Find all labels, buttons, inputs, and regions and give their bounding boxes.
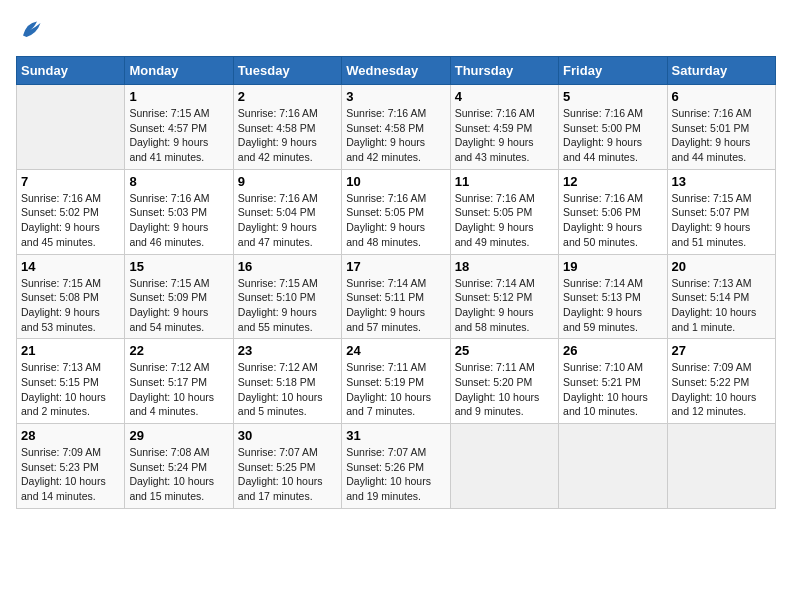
day-number: 31 <box>346 428 445 443</box>
calendar-cell: 14Sunrise: 7:15 AM Sunset: 5:08 PM Dayli… <box>17 254 125 339</box>
day-info: Sunrise: 7:16 AM Sunset: 5:05 PM Dayligh… <box>346 191 445 250</box>
day-number: 22 <box>129 343 228 358</box>
day-number: 6 <box>672 89 771 104</box>
day-number: 27 <box>672 343 771 358</box>
weekday-monday: Monday <box>125 57 233 85</box>
day-number: 4 <box>455 89 554 104</box>
day-info: Sunrise: 7:16 AM Sunset: 5:05 PM Dayligh… <box>455 191 554 250</box>
calendar-cell: 27Sunrise: 7:09 AM Sunset: 5:22 PM Dayli… <box>667 339 775 424</box>
calendar-cell: 13Sunrise: 7:15 AM Sunset: 5:07 PM Dayli… <box>667 169 775 254</box>
day-number: 7 <box>21 174 120 189</box>
day-info: Sunrise: 7:16 AM Sunset: 4:59 PM Dayligh… <box>455 106 554 165</box>
calendar-cell <box>667 424 775 509</box>
calendar-cell: 8Sunrise: 7:16 AM Sunset: 5:03 PM Daylig… <box>125 169 233 254</box>
day-info: Sunrise: 7:16 AM Sunset: 5:00 PM Dayligh… <box>563 106 662 165</box>
day-number: 1 <box>129 89 228 104</box>
calendar-cell: 6Sunrise: 7:16 AM Sunset: 5:01 PM Daylig… <box>667 85 775 170</box>
day-number: 28 <box>21 428 120 443</box>
day-number: 25 <box>455 343 554 358</box>
day-info: Sunrise: 7:14 AM Sunset: 5:11 PM Dayligh… <box>346 276 445 335</box>
day-info: Sunrise: 7:11 AM Sunset: 5:20 PM Dayligh… <box>455 360 554 419</box>
day-info: Sunrise: 7:16 AM Sunset: 5:06 PM Dayligh… <box>563 191 662 250</box>
weekday-wednesday: Wednesday <box>342 57 450 85</box>
calendar-cell: 4Sunrise: 7:16 AM Sunset: 4:59 PM Daylig… <box>450 85 558 170</box>
day-info: Sunrise: 7:16 AM Sunset: 4:58 PM Dayligh… <box>238 106 337 165</box>
day-number: 2 <box>238 89 337 104</box>
calendar-cell: 29Sunrise: 7:08 AM Sunset: 5:24 PM Dayli… <box>125 424 233 509</box>
day-number: 19 <box>563 259 662 274</box>
calendar-week-5: 28Sunrise: 7:09 AM Sunset: 5:23 PM Dayli… <box>17 424 776 509</box>
calendar-cell: 10Sunrise: 7:16 AM Sunset: 5:05 PM Dayli… <box>342 169 450 254</box>
day-info: Sunrise: 7:15 AM Sunset: 5:10 PM Dayligh… <box>238 276 337 335</box>
calendar-cell: 9Sunrise: 7:16 AM Sunset: 5:04 PM Daylig… <box>233 169 341 254</box>
calendar-table: SundayMondayTuesdayWednesdayThursdayFrid… <box>16 56 776 509</box>
calendar-cell: 18Sunrise: 7:14 AM Sunset: 5:12 PM Dayli… <box>450 254 558 339</box>
calendar-cell: 25Sunrise: 7:11 AM Sunset: 5:20 PM Dayli… <box>450 339 558 424</box>
day-info: Sunrise: 7:12 AM Sunset: 5:18 PM Dayligh… <box>238 360 337 419</box>
calendar-cell: 5Sunrise: 7:16 AM Sunset: 5:00 PM Daylig… <box>559 85 667 170</box>
calendar-cell <box>559 424 667 509</box>
logo-bird-icon <box>16 16 44 44</box>
day-number: 30 <box>238 428 337 443</box>
calendar-cell: 17Sunrise: 7:14 AM Sunset: 5:11 PM Dayli… <box>342 254 450 339</box>
day-number: 10 <box>346 174 445 189</box>
day-number: 16 <box>238 259 337 274</box>
day-info: Sunrise: 7:09 AM Sunset: 5:23 PM Dayligh… <box>21 445 120 504</box>
day-number: 14 <box>21 259 120 274</box>
day-number: 20 <box>672 259 771 274</box>
weekday-sunday: Sunday <box>17 57 125 85</box>
day-info: Sunrise: 7:14 AM Sunset: 5:13 PM Dayligh… <box>563 276 662 335</box>
weekday-saturday: Saturday <box>667 57 775 85</box>
day-number: 11 <box>455 174 554 189</box>
calendar-cell: 21Sunrise: 7:13 AM Sunset: 5:15 PM Dayli… <box>17 339 125 424</box>
day-info: Sunrise: 7:16 AM Sunset: 5:03 PM Dayligh… <box>129 191 228 250</box>
weekday-header-row: SundayMondayTuesdayWednesdayThursdayFrid… <box>17 57 776 85</box>
calendar-cell: 20Sunrise: 7:13 AM Sunset: 5:14 PM Dayli… <box>667 254 775 339</box>
day-info: Sunrise: 7:15 AM Sunset: 5:09 PM Dayligh… <box>129 276 228 335</box>
page-header <box>16 16 776 44</box>
calendar-cell: 26Sunrise: 7:10 AM Sunset: 5:21 PM Dayli… <box>559 339 667 424</box>
day-info: Sunrise: 7:16 AM Sunset: 5:01 PM Dayligh… <box>672 106 771 165</box>
day-number: 24 <box>346 343 445 358</box>
calendar-cell <box>17 85 125 170</box>
calendar-cell: 7Sunrise: 7:16 AM Sunset: 5:02 PM Daylig… <box>17 169 125 254</box>
calendar-cell: 30Sunrise: 7:07 AM Sunset: 5:25 PM Dayli… <box>233 424 341 509</box>
day-number: 8 <box>129 174 228 189</box>
day-number: 17 <box>346 259 445 274</box>
calendar-cell: 3Sunrise: 7:16 AM Sunset: 4:58 PM Daylig… <box>342 85 450 170</box>
calendar-week-4: 21Sunrise: 7:13 AM Sunset: 5:15 PM Dayli… <box>17 339 776 424</box>
day-info: Sunrise: 7:08 AM Sunset: 5:24 PM Dayligh… <box>129 445 228 504</box>
day-info: Sunrise: 7:09 AM Sunset: 5:22 PM Dayligh… <box>672 360 771 419</box>
calendar-week-2: 7Sunrise: 7:16 AM Sunset: 5:02 PM Daylig… <box>17 169 776 254</box>
day-info: Sunrise: 7:13 AM Sunset: 5:14 PM Dayligh… <box>672 276 771 335</box>
day-info: Sunrise: 7:16 AM Sunset: 5:02 PM Dayligh… <box>21 191 120 250</box>
day-number: 9 <box>238 174 337 189</box>
day-number: 5 <box>563 89 662 104</box>
day-info: Sunrise: 7:10 AM Sunset: 5:21 PM Dayligh… <box>563 360 662 419</box>
calendar-cell <box>450 424 558 509</box>
day-number: 13 <box>672 174 771 189</box>
calendar-cell: 24Sunrise: 7:11 AM Sunset: 5:19 PM Dayli… <box>342 339 450 424</box>
day-info: Sunrise: 7:12 AM Sunset: 5:17 PM Dayligh… <box>129 360 228 419</box>
calendar-cell: 12Sunrise: 7:16 AM Sunset: 5:06 PM Dayli… <box>559 169 667 254</box>
weekday-tuesday: Tuesday <box>233 57 341 85</box>
day-number: 3 <box>346 89 445 104</box>
calendar-cell: 22Sunrise: 7:12 AM Sunset: 5:17 PM Dayli… <box>125 339 233 424</box>
calendar-cell: 15Sunrise: 7:15 AM Sunset: 5:09 PM Dayli… <box>125 254 233 339</box>
day-info: Sunrise: 7:15 AM Sunset: 5:07 PM Dayligh… <box>672 191 771 250</box>
calendar-body: 1Sunrise: 7:15 AM Sunset: 4:57 PM Daylig… <box>17 85 776 509</box>
day-info: Sunrise: 7:15 AM Sunset: 4:57 PM Dayligh… <box>129 106 228 165</box>
day-info: Sunrise: 7:07 AM Sunset: 5:25 PM Dayligh… <box>238 445 337 504</box>
day-number: 18 <box>455 259 554 274</box>
day-info: Sunrise: 7:11 AM Sunset: 5:19 PM Dayligh… <box>346 360 445 419</box>
calendar-cell: 31Sunrise: 7:07 AM Sunset: 5:26 PM Dayli… <box>342 424 450 509</box>
day-number: 21 <box>21 343 120 358</box>
day-number: 12 <box>563 174 662 189</box>
calendar-cell: 11Sunrise: 7:16 AM Sunset: 5:05 PM Dayli… <box>450 169 558 254</box>
day-info: Sunrise: 7:16 AM Sunset: 4:58 PM Dayligh… <box>346 106 445 165</box>
day-info: Sunrise: 7:07 AM Sunset: 5:26 PM Dayligh… <box>346 445 445 504</box>
calendar-cell: 19Sunrise: 7:14 AM Sunset: 5:13 PM Dayli… <box>559 254 667 339</box>
calendar-cell: 28Sunrise: 7:09 AM Sunset: 5:23 PM Dayli… <box>17 424 125 509</box>
weekday-thursday: Thursday <box>450 57 558 85</box>
calendar-cell: 23Sunrise: 7:12 AM Sunset: 5:18 PM Dayli… <box>233 339 341 424</box>
